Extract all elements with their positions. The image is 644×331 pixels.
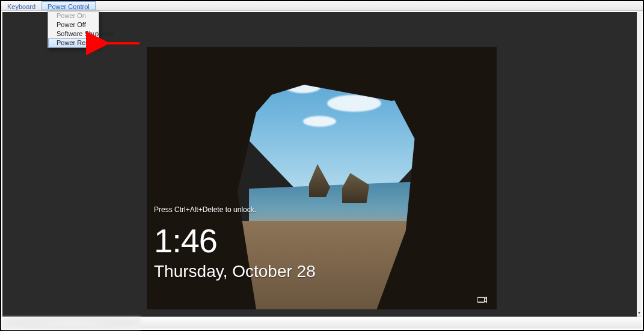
menu-power-control[interactable]: Power Control xyxy=(41,1,96,10)
menuitem-power-off[interactable]: Power Off xyxy=(48,20,99,29)
remote-viewport: Press Ctrl+Alt+Delete to unlock. 1:46 Th… xyxy=(2,12,637,317)
clock-date: Thursday, October 28 xyxy=(154,262,316,281)
unlock-hint: Press Ctrl+Alt+Delete to unlock. xyxy=(154,205,256,214)
clock-time: 1:46 xyxy=(154,221,217,260)
status-bar xyxy=(2,317,642,329)
annotation-arrow xyxy=(100,37,143,50)
power-control-dropdown: Power On Power Off Software Shutdown Pow… xyxy=(48,11,99,48)
scrollbar-down-arrow-icon[interactable]: ▾ xyxy=(637,308,642,317)
svg-rect-1 xyxy=(477,297,485,302)
menu-keyboard[interactable]: Keyboard xyxy=(1,1,41,10)
menuitem-power-on: Power On xyxy=(48,11,99,20)
menuitem-software-shutdown[interactable]: Software Shutdown xyxy=(48,29,99,38)
network-icon[interactable] xyxy=(477,296,487,303)
vertical-scrollbar[interactable]: ▾ xyxy=(637,2,642,317)
status-bar-blurred-region xyxy=(2,317,141,329)
remote-lockscreen: Press Ctrl+Alt+Delete to unlock. 1:46 Th… xyxy=(147,47,497,309)
menubar: Keyboard Power Control xyxy=(1,1,643,11)
menuitem-power-reset[interactable]: Power Reset xyxy=(48,38,99,47)
app-window: Keyboard Power Control Power On Power Of… xyxy=(0,0,644,331)
